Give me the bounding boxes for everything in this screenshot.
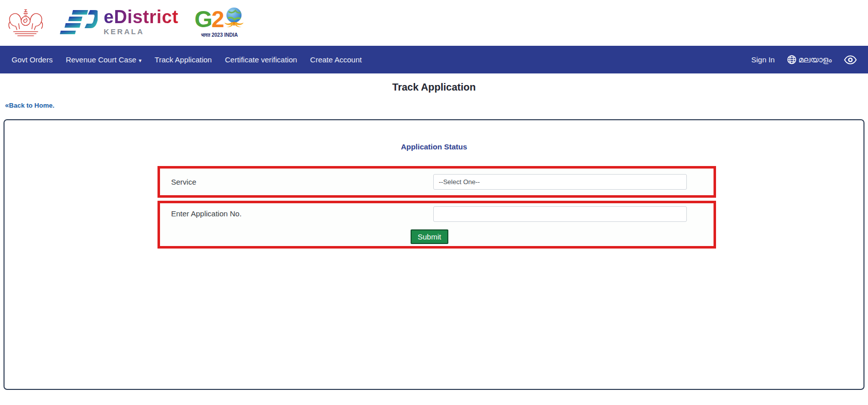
language-toggle[interactable]: മലയാളം bbox=[787, 55, 832, 64]
submit-button[interactable]: Submit bbox=[411, 229, 448, 244]
application-status-panel: Application Status Service --Select One-… bbox=[4, 119, 864, 390]
main-navbar: Govt Orders Revenue Court Case▾ Track Ap… bbox=[0, 46, 868, 73]
page-title: Track Application bbox=[0, 82, 868, 93]
nav-item-create-account[interactable]: Create Account bbox=[303, 51, 368, 68]
navbar-right: Sign In മലയാളം bbox=[751, 55, 857, 64]
back-to-home-link[interactable]: «Back to Home. bbox=[5, 101, 54, 109]
service-label: Service bbox=[160, 178, 196, 186]
service-field-group: Service --Select One-- bbox=[157, 166, 716, 198]
kerala-state-emblem-logo bbox=[5, 6, 46, 38]
nav-item-revenue-court-case[interactable]: Revenue Court Case▾ bbox=[59, 51, 148, 68]
application-no-label: Enter Application No. bbox=[160, 206, 242, 218]
form-heading: Application Status bbox=[5, 142, 863, 151]
double-chevron-left-icon: « bbox=[5, 101, 9, 109]
g20-caption: भारत 2023 INDIA bbox=[201, 33, 238, 38]
globe-icon bbox=[787, 55, 797, 64]
nav-item-track-application[interactable]: Track Application bbox=[148, 51, 218, 68]
eye-icon bbox=[844, 55, 857, 64]
g20-digit-2: 2 bbox=[211, 8, 223, 31]
nav-item-govt-orders[interactable]: Govt Orders bbox=[5, 51, 59, 68]
edistrict-mark-icon bbox=[59, 8, 98, 36]
g20-globe-lotus-icon bbox=[223, 7, 245, 32]
g20-logo: G2 भारत 2023 INDIA bbox=[195, 7, 245, 38]
service-select[interactable]: --Select One-- bbox=[433, 174, 687, 190]
application-no-field-group: Enter Application No. Submit bbox=[157, 201, 716, 249]
g20-letter-g: G bbox=[195, 8, 212, 31]
nav-item-certificate-verification[interactable]: Certificate verification bbox=[218, 51, 303, 68]
nav-items: Govt Orders Revenue Court Case▾ Track Ap… bbox=[5, 51, 368, 68]
chevron-down-icon: ▾ bbox=[139, 57, 142, 63]
application-no-input[interactable] bbox=[433, 206, 687, 222]
edistrict-logo[interactable]: eDistrict KERALA bbox=[59, 8, 179, 36]
sign-in-link[interactable]: Sign In bbox=[751, 55, 775, 64]
site-header: eDistrict KERALA G2 bbox=[0, 0, 868, 46]
edistrict-kerala-label: KERALA bbox=[104, 27, 179, 36]
language-label: മലയാളം bbox=[799, 55, 832, 64]
edistrict-wordmark: eDistrict bbox=[104, 8, 179, 26]
page: eDistrict KERALA G2 bbox=[0, 0, 868, 405]
accessibility-eye-button[interactable] bbox=[844, 55, 857, 64]
